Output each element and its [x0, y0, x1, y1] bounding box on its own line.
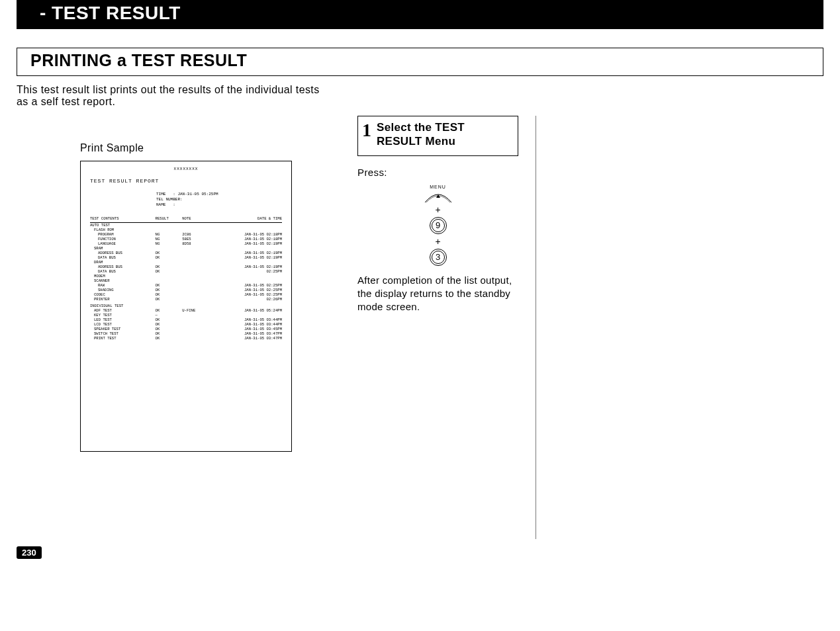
menu-key-icon	[423, 190, 453, 202]
table-row: LANGUAGENG8D58JAN-31-05 02:19PM	[90, 241, 282, 246]
table-row: LCD TESTOKJAN-31-05 03:44PM	[90, 322, 282, 327]
table-row: SWITCH TESTOKJAN-31-05 03:47PM	[90, 331, 282, 336]
table-row: SCANNER	[90, 278, 282, 283]
table-row: FLASH ROM	[90, 228, 282, 232]
press-label: Press:	[357, 167, 518, 178]
step-1-box: 1 Select the TEST RESULT Menu	[357, 116, 518, 156]
step-number: 1	[362, 122, 371, 138]
meta-time-value: : JAN-31-05 05:25PM	[173, 192, 218, 196]
sheet-meta: TIME : JAN-31-05 05:25PM TEL NUMBER: NAM…	[156, 192, 282, 207]
table-row: INDIVIDUAL TEST	[90, 302, 282, 308]
after-completion-text: After completion of the list output, the…	[357, 274, 518, 314]
table-row: DRAM	[90, 260, 282, 265]
meta-time-label: TIME	[156, 192, 165, 196]
table-row: KEY TEST—	[90, 313, 282, 317]
sheet-header-mark: XXXXXXXX	[90, 167, 282, 171]
keypress-diagram: MENU + 9 + 3	[357, 185, 518, 266]
table-row: SPEAKER TESTOKJAN-31-05 03:45PM	[90, 327, 282, 331]
menu-key-label: MENU	[357, 185, 518, 189]
page-number: 230	[17, 546, 42, 559]
key-3-icon: 3	[430, 249, 447, 266]
sheet-table: TEST CONTENTS RESULT NOTE DATE & TIME AU…	[90, 216, 282, 341]
key-9-icon: 9	[430, 217, 447, 234]
section-title: PRINTING a TEST RESULT	[17, 48, 823, 76]
table-row: SHADINGOKJAN-31-05 02:25PM	[90, 288, 282, 292]
sample-printout: XXXXXXXX TEST RESULT REPORT TIME : JAN-3…	[80, 161, 292, 452]
col-datetime: DATE & TIME	[216, 216, 282, 223]
table-row: ADDRESS BUSOKJAN-31-05 02:19PM	[90, 251, 282, 255]
table-row: RAWOKJAN-31-05 02:25PM	[90, 283, 282, 288]
meta-tel-label: TEL NUMBER:	[156, 197, 282, 202]
table-row: SRAM	[90, 246, 282, 251]
table-row: DATA BUSOK02:25PM	[90, 269, 282, 274]
table-row: MODEM	[90, 274, 282, 278]
meta-name-value: :	[173, 202, 175, 207]
col-result: RESULT	[156, 216, 183, 223]
sheet-title: TEST RESULT REPORT	[90, 178, 282, 184]
table-row: CODECOKJAN-31-05 02:25PM	[90, 292, 282, 297]
table-row: PROGRAMNG2C86JAN-31-05 02:18PM	[90, 232, 282, 237]
step-title: Select the TEST RESULT Menu	[377, 120, 511, 149]
plus-icon: +	[357, 205, 518, 214]
col-test-contents: TEST CONTENTS	[90, 216, 156, 223]
col-note: NOTE	[182, 216, 216, 223]
svg-marker-0	[436, 194, 440, 198]
table-row: PRINT TESTOKJAN-31-05 03:47PM	[90, 336, 282, 341]
table-row: PRINTEROK02:26PM	[90, 297, 282, 302]
table-row: FUNCTIONNG58E5JAN-31-05 02:18PM	[90, 237, 282, 241]
chapter-banner: - TEST RESULT	[17, 0, 823, 29]
plus-icon: +	[357, 237, 518, 246]
table-row: ADF TESTOKU-FINEJAN-31-05 05:24PM	[90, 308, 282, 313]
table-row: DATA BUSOKJAN-31-05 02:19PM	[90, 255, 282, 260]
intro-text: This test result list prints out the res…	[17, 84, 328, 108]
table-row: ADDRESS BUSOKJAN-31-05 02:19PM	[90, 265, 282, 269]
table-row: AUTO TEST	[90, 223, 282, 228]
meta-name-label: NAME	[156, 202, 165, 207]
table-row: LED TESTOKJAN-31-05 03:44PM	[90, 317, 282, 322]
print-sample-heading: Print Sample	[80, 142, 344, 154]
